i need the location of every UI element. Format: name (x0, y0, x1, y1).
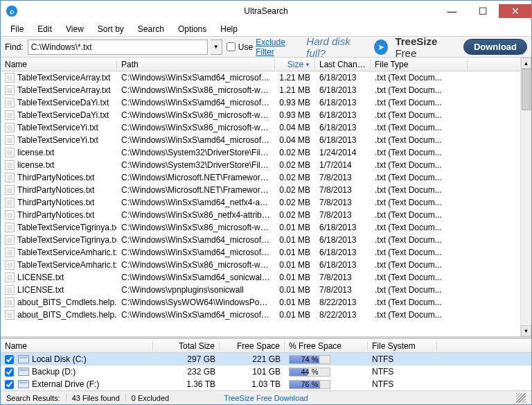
status-treesize-link[interactable]: TreeSize Free Download (224, 394, 308, 402)
drives-panel: Name Total Size Free Space % Free Space … (1, 338, 531, 390)
file-size: 0.04 MB (275, 135, 315, 145)
drive-row[interactable]: Backup (D:) 232 GB 101 GB 44 % NTFS (1, 365, 531, 378)
file-size: 0.04 MB (275, 123, 315, 132)
col-name[interactable]: Name (1, 60, 117, 69)
resize-grip[interactable] (516, 393, 526, 403)
file-path: C:\Windows\WinSxS\amd64_microsoft-window… (117, 235, 275, 245)
minimize-button[interactable]: — (436, 4, 468, 18)
table-row[interactable]: TableTextServiceArray.txt C:\Windows\Win… (1, 71, 520, 84)
menu-sort-by[interactable]: Sort by (92, 23, 130, 35)
menu-options[interactable]: Options (172, 23, 212, 35)
file-path: C:\Windows\Microsoft.NET\Framework64\v4.… (117, 185, 275, 195)
col-last-change[interactable]: Last Change (315, 60, 371, 69)
file-name: TableTextServiceYi.txt (17, 135, 98, 145)
table-row[interactable]: ThirdPartyNotices.txt C:\Windows\Microso… (1, 184, 520, 196)
dcol-name[interactable]: Name (1, 341, 153, 351)
file-icon (5, 148, 15, 157)
file-last-change: 7/8/2013 (315, 273, 371, 282)
table-row[interactable]: TableTextServiceAmharic.txt C:\Windows\W… (1, 259, 520, 271)
close-button[interactable]: ✕ (499, 4, 531, 18)
scroll-down-button[interactable]: ▼ (521, 325, 531, 336)
menu-help[interactable]: Help (215, 23, 243, 35)
file-name: TableTextServiceDaYi.txt (17, 98, 109, 107)
menu-edit[interactable]: Edit (32, 23, 57, 35)
file-size: 0.01 MB (275, 273, 315, 282)
dcol-file-system[interactable]: File System (368, 341, 437, 351)
table-row[interactable]: TableTextServiceArray.txt C:\Windows\Win… (1, 84, 520, 96)
vertical-scrollbar[interactable]: ▲ ▼ (520, 58, 531, 336)
file-path: C:\Windows\WinSxS\amd64_sonicwall-vpnplu… (117, 273, 275, 282)
results-table[interactable]: Name Path Size▼ Last Change File Type Ta… (1, 58, 520, 336)
file-name: TableTextServiceYi.txt (17, 123, 98, 132)
file-last-change: 7/8/2013 (315, 198, 371, 207)
file-size: 1.21 MB (275, 85, 315, 95)
file-icon (5, 110, 15, 120)
file-name: TableTextServiceArray.txt (17, 85, 111, 95)
file-size: 0.02 MB (275, 198, 315, 207)
table-row[interactable]: TableTextServiceYi.txt C:\Windows\WinSxS… (1, 134, 520, 146)
file-name: LICENSE.txt (17, 273, 64, 282)
table-row[interactable]: license.txt C:\Windows\System32\DriverSt… (1, 146, 520, 159)
find-dropdown-button[interactable]: ▼ (211, 40, 222, 55)
drive-checkbox[interactable] (5, 380, 14, 389)
file-name: TableTextServiceAmharic.txt (17, 248, 117, 257)
col-file-type[interactable]: File Type (371, 60, 468, 69)
drive-pct-free: 44 % (285, 367, 368, 377)
file-size: 0.01 MB (275, 310, 315, 320)
file-path: C:\Windows\WinSxS\amd64_microsoft-window… (117, 98, 275, 107)
table-row[interactable]: TableTextServiceAmharic.txt C:\Windows\W… (1, 246, 520, 259)
drive-checkbox[interactable] (5, 368, 14, 377)
table-row[interactable]: ThirdPartyNotices.txt C:\Windows\WinSxS\… (1, 196, 520, 209)
exclude-filter-checkbox[interactable] (227, 42, 236, 51)
table-row[interactable]: ThirdPartyNotices.txt C:\Windows\WinSxS\… (1, 209, 520, 221)
drive-row[interactable]: External Drive (F:) 1.36 TB 1.03 TB 76 %… (1, 378, 531, 390)
file-size: 0.01 MB (275, 223, 315, 232)
table-row[interactable]: ThirdPartyNotices.txt C:\Windows\Microso… (1, 171, 520, 184)
file-last-change: 8/22/2013 (315, 310, 371, 320)
drive-checkbox[interactable] (5, 355, 14, 364)
file-icon (5, 273, 15, 282)
file-name: ThirdPartyNotices.txt (17, 173, 94, 182)
file-icon (5, 198, 15, 207)
file-type: .txt (Text Docum... (371, 285, 468, 295)
drive-row[interactable]: Local Disk (C:) 297 GB 221 GB 74 % NTFS (1, 353, 531, 365)
drive-icon (18, 355, 29, 363)
scroll-thumb[interactable] (522, 69, 531, 110)
exclude-filter-link[interactable]: Exclude Filter (256, 37, 303, 57)
download-button[interactable]: Download (463, 39, 527, 55)
menu-view[interactable]: View (60, 23, 89, 35)
table-row[interactable]: TableTextServiceTigrinya.txt C:\Windows\… (1, 221, 520, 234)
col-path[interactable]: Path (117, 60, 275, 69)
table-row[interactable]: TableTextServiceTigrinya.txt C:\Windows\… (1, 234, 520, 246)
promo-question: Hard disk full? (306, 35, 367, 59)
col-size[interactable]: Size▼ (275, 60, 315, 69)
file-path: C:\Windows\System32\DriverStore\FileRepo… (117, 148, 275, 157)
menu-search[interactable]: Search (132, 23, 170, 35)
file-last-change: 6/18/2013 (315, 123, 371, 132)
file-path: C:\Windows\WinSxS\amd64_netfx4-attributi… (117, 198, 275, 207)
maximize-button[interactable]: ☐ (468, 4, 499, 18)
scroll-up-button[interactable]: ▲ (521, 58, 531, 69)
file-path: C:\Windows\Microsoft.NET\Framework\v4.0.… (117, 173, 275, 182)
table-row[interactable]: about_BITS_Cmdlets.help.txt C:\Windows\W… (1, 309, 520, 321)
table-row[interactable]: about_BITS_Cmdlets.help.txt C:\Windows\S… (1, 296, 520, 309)
file-icon (5, 223, 15, 232)
file-icon (5, 185, 15, 195)
table-row[interactable]: LICENSE.txt C:\Windows\WinSxS\amd64_soni… (1, 271, 520, 284)
file-name: ThirdPartyNotices.txt (17, 210, 94, 220)
table-row[interactable]: TableTextServiceDaYi.txt C:\Windows\WinS… (1, 109, 520, 121)
table-row[interactable]: license.txt C:\Windows\System32\DriverSt… (1, 159, 520, 171)
menu-file[interactable]: File (5, 23, 29, 35)
dcol-free-space[interactable]: Free Space (220, 341, 285, 351)
find-input[interactable] (28, 40, 208, 55)
file-type: .txt (Text Docum... (371, 310, 468, 320)
table-row[interactable]: TableTextServiceYi.txt C:\Windows\WinSxS… (1, 121, 520, 134)
file-last-change: 6/18/2013 (315, 135, 371, 145)
file-type: .txt (Text Docum... (371, 298, 468, 307)
dcol-total-size[interactable]: Total Size (153, 341, 220, 351)
table-row[interactable]: LICENSE.txt C:\Windows\vpnplugins\sonicw… (1, 284, 520, 296)
table-row[interactable]: TableTextServiceDaYi.txt C:\Windows\WinS… (1, 96, 520, 109)
file-path: C:\Windows\WinSxS\x86_netfx4-attribution… (117, 210, 275, 220)
dcol-pct-free[interactable]: % Free Space (285, 341, 368, 351)
file-last-change: 1/24/2014 (315, 148, 371, 157)
